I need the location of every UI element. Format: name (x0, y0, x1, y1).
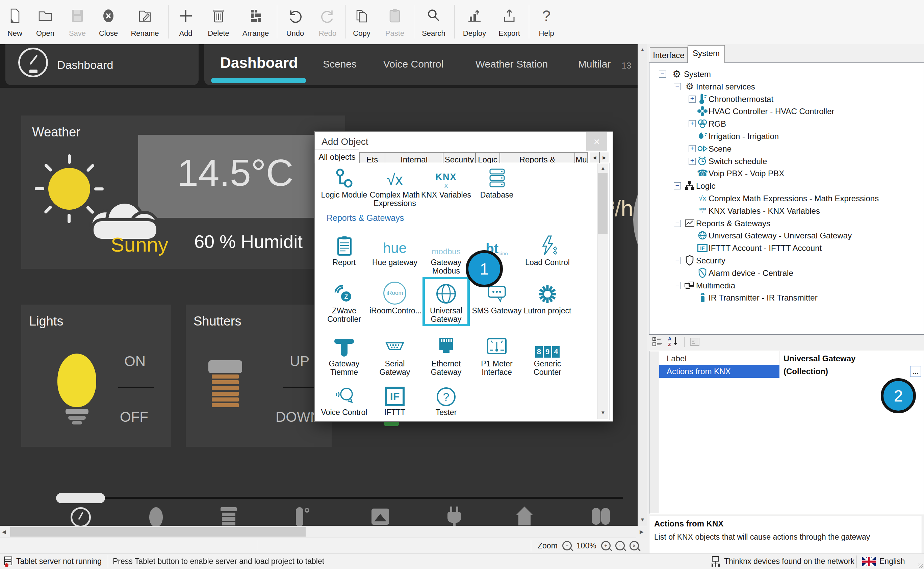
lights-on-label[interactable]: ON (124, 353, 146, 370)
toolbar-button-export[interactable]: Export (491, 3, 528, 43)
home-icon[interactable] (511, 505, 537, 526)
shutters-widget[interactable]: Shutters UP DOWN (186, 304, 332, 447)
tree-item-irrigation-irrigation[interactable]: Irrigation - Irrigation (649, 130, 923, 142)
dialog-item-generic[interactable]: 894GenericCounter (522, 336, 573, 377)
dialog-item-hue-gateway[interactable]: hueHue gateway (370, 235, 420, 267)
page-tab-multilar[interactable]: Multilar (578, 58, 611, 70)
dialog-tab-mu[interactable]: Mu (575, 152, 588, 163)
dialog-tab-security[interactable]: Security (443, 152, 475, 163)
tree-expand-collapse-icon[interactable]: − (674, 257, 681, 264)
toolbar-button-paste[interactable]: Paste (376, 3, 413, 43)
panel-tab-interface[interactable]: Interface (650, 47, 688, 63)
scroll-left-icon[interactable]: ◀ (2, 529, 6, 534)
dialog-item-ethernet[interactable]: EthernetGateway (421, 336, 472, 377)
tree-item-rgb[interactable]: +RGB (649, 118, 923, 129)
dialog-tab-reports-gateways[interactable]: Reports & Gateways (500, 152, 575, 163)
tree-item-knx-variables-knx-variables[interactable]: KNXxKNX Variables - KNX Variables (649, 205, 923, 216)
tree-item-ir-transmitter-ir-transmitter[interactable]: IR Transmitter - IR Transmitter (649, 292, 923, 303)
thermostat-icon[interactable] (289, 505, 315, 526)
tree-expand-collapse-icon[interactable]: − (674, 183, 681, 189)
zoom-fit-icon[interactable]: ▫ (615, 541, 625, 551)
tree-item-hvac-controller-hvac-controller[interactable]: HVAC Controller - HVAC Controller (649, 105, 923, 117)
toolbar-button-deploy[interactable]: Deploy (456, 3, 493, 43)
categorized-view-icon[interactable] (652, 336, 663, 349)
dialog-scrollbar[interactable]: ▲ ▼ (597, 163, 608, 419)
dialog-item-zwave[interactable]: ZZWaveController (319, 283, 370, 324)
tree-item-internal-services[interactable]: −⚙Internal services (649, 81, 923, 92)
shutters-up-label[interactable]: UP (290, 353, 309, 370)
lights-off-label[interactable]: OFF (120, 409, 148, 425)
dialog-tab-all-objects[interactable]: All objects (315, 150, 359, 163)
tree-item-multimedia[interactable]: −Multimedia (649, 280, 923, 291)
main-horizontal-scrollbar[interactable]: ◀ ▶ (0, 526, 647, 538)
main-vertical-scrollbar[interactable]: ▲ ▼ (638, 44, 647, 526)
dialog-item-gateway[interactable]: GatewayTiemme (319, 336, 370, 377)
page-tab-dashboard[interactable]: Dashboard (220, 54, 298, 71)
weather-widget[interactable]: Weather 14.5°C Sunny 60 % Humidit (21, 116, 345, 269)
tree-expand-expand-icon[interactable]: + (689, 145, 696, 152)
toolbar-button-arrange[interactable]: Arrange (237, 3, 274, 43)
dialog-item-sms-gateway[interactable]: SMS Gateway (472, 283, 522, 315)
tree-item-voip-pbx-voip-pbx[interactable]: ☎Voip PBX - Voip PBX (649, 167, 923, 179)
property-row-label[interactable]: LabelUniversal Gateway (650, 352, 922, 365)
tree-item-security[interactable]: −Security (649, 255, 923, 266)
dialog-item-tester[interactable]: ?Tester (421, 385, 472, 417)
tree-expand-collapse-icon[interactable]: − (674, 282, 681, 289)
shutters-slider[interactable] (283, 386, 318, 388)
scroll-right-icon[interactable]: ▶ (639, 529, 644, 534)
dialog-tab-logic[interactable]: Logic (475, 152, 500, 163)
tree-item-universal-gateway-universal-gateway[interactable]: Universal Gateway - Universal Gateway (649, 230, 923, 241)
tree-item-ifttt-account-ifttt-account[interactable]: IFIFTTT Account - IFTTT Account (649, 242, 923, 254)
property-row-actions-from-knx[interactable]: Actions from KNX(Collection)... (650, 365, 922, 378)
tree-item-chronothermostat[interactable]: +Chronothermostat (649, 93, 923, 105)
dialog-item-logic-module[interactable]: Logic Module (319, 167, 370, 199)
tree-expand-collapse-icon[interactable]: − (659, 71, 666, 78)
lights-slider[interactable] (118, 386, 154, 388)
toolbar-button-delete[interactable]: Delete (200, 3, 237, 43)
tab-scroll-left-button[interactable]: ◀ (590, 152, 600, 163)
dialog-item-ifttt[interactable]: IFIFTTT (370, 385, 420, 417)
dialog-scrollbar-thumb[interactable] (598, 173, 607, 234)
page-position-track[interactable] (101, 497, 623, 499)
scroll-down-icon[interactable]: ▼ (640, 517, 645, 522)
resize-grip[interactable] (918, 564, 922, 568)
property-grid[interactable]: LabelUniversal GatewayActions from KNX(C… (649, 351, 924, 514)
dialog-item-complex-math[interactable]: √xComplex MathExpressions (370, 167, 420, 208)
tree-item-reports-gateways[interactable]: −Reports & Gateways (649, 218, 923, 229)
dialog-item-knx-variables[interactable]: KNXxKNX Variables (421, 167, 472, 199)
page-position-slider[interactable] (56, 493, 105, 503)
toolbar-button-open[interactable]: Open (27, 3, 64, 43)
toolbar-button-close[interactable]: Close (90, 3, 127, 43)
zoom-out-icon[interactable]: − (562, 541, 572, 551)
lights-widget[interactable]: Lights ON OFF (21, 304, 171, 447)
camera-icon[interactable] (588, 505, 614, 526)
dialog-scroll-up-icon[interactable]: ▲ (600, 166, 606, 170)
shutter-icon[interactable] (216, 505, 242, 526)
tab-scroll-right-button[interactable]: ▶ (600, 152, 609, 163)
object-tree[interactable]: −⚙System−⚙Internal services+Chronothermo… (649, 62, 924, 335)
add-object-dialog[interactable]: Add Object × All objectsEtsInternal serv… (314, 131, 613, 422)
tree-expand-expand-icon[interactable]: + (689, 120, 696, 127)
dialog-close-button[interactable]: × (586, 132, 607, 151)
tree-item-system[interactable]: −⚙System (649, 68, 923, 80)
toolbar-button-rename[interactable]: Rename (126, 3, 163, 43)
dialog-item-serial-gateway[interactable]: Serial Gateway (370, 336, 420, 377)
dialog-item-iroomcontro-[interactable]: iRoomiRoomContro... (370, 283, 420, 315)
tree-expand-collapse-icon[interactable]: − (674, 83, 681, 90)
dialog-item-p1-meter[interactable]: P1 MeterInterface (472, 336, 522, 377)
zoom-in-icon[interactable]: + (601, 541, 610, 551)
tree-item-switch-schedule[interactable]: +Switch schedule (649, 155, 923, 167)
dialog-item-voice-control[interactable]: Voice Control (319, 385, 370, 417)
toolbar-button-redo[interactable]: Redo (309, 3, 346, 43)
toolbar-button-undo[interactable]: Undo (277, 3, 314, 43)
tree-expand-expand-icon[interactable]: + (689, 158, 696, 165)
dialog-item-database[interactable]: Database (472, 167, 522, 199)
tree-item-scene[interactable]: +Scene (649, 143, 923, 154)
toolbar-button-help[interactable]: ?Help (528, 3, 565, 43)
light-icon[interactable] (143, 505, 169, 526)
tree-expand-collapse-icon[interactable]: − (674, 220, 681, 227)
page-tab-weather-station[interactable]: Weather Station (475, 58, 548, 70)
zoom-reset-icon[interactable]: × (630, 541, 639, 551)
scene-icon[interactable] (367, 505, 393, 526)
plug-icon[interactable] (442, 505, 468, 526)
